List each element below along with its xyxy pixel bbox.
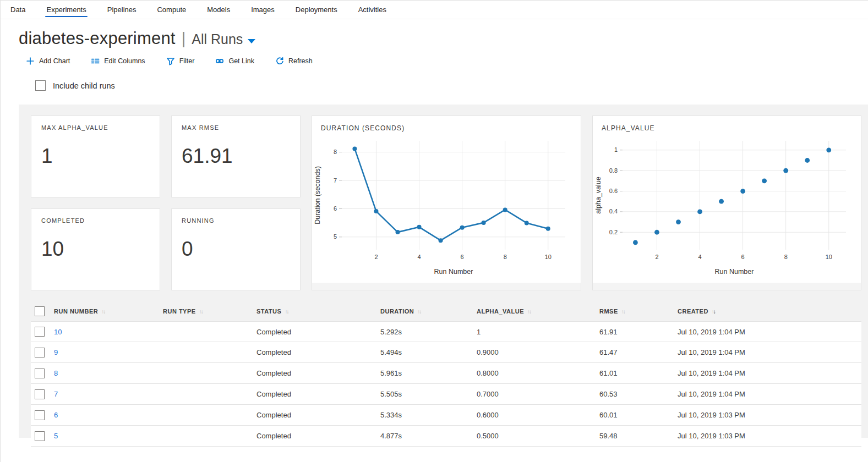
tab-models[interactable]: Models <box>206 1 231 19</box>
stat-value: 10 <box>41 238 150 261</box>
stat-value: 0 <box>182 238 290 261</box>
column-header-alpha-value[interactable]: ALPHA_VALUE↑↓ <box>477 308 599 315</box>
status-cell: Completed <box>256 369 380 377</box>
filter-label: Filter <box>179 57 195 65</box>
stat-card-max-rmse: MAX RMSE61.91 <box>171 116 301 197</box>
row-select-cell <box>31 410 54 420</box>
refresh-label: Refresh <box>288 57 313 65</box>
run-number-cell: 5 <box>54 432 163 440</box>
tab-pipelines[interactable]: Pipelines <box>106 1 138 19</box>
row-checkbox[interactable] <box>35 389 45 399</box>
row-checkbox[interactable] <box>35 369 45 378</box>
tab-images[interactable]: Images <box>250 1 276 19</box>
column-header-created[interactable]: CREATED↑↓ <box>678 308 861 315</box>
refresh-button[interactable]: Refresh <box>275 57 313 65</box>
runs-table: RUN NUMBER↑↓RUN TYPE↑↓STATUS↑↓DURATION↑↓… <box>31 301 861 447</box>
svg-text:10: 10 <box>826 254 832 260</box>
run-number-link[interactable]: 10 <box>54 328 62 336</box>
stat-cards: MAX ALPHA_VALUE1MAX RMSE61.91COMPLETED10… <box>31 116 301 290</box>
chevron-down-icon <box>248 39 255 43</box>
run-number-link[interactable]: 7 <box>54 390 58 398</box>
created-cell: Jul 10, 2019 1:03 PM <box>678 411 861 419</box>
row-checkbox[interactable] <box>35 348 45 358</box>
column-header-rmse[interactable]: RMSE↑↓ <box>599 308 678 315</box>
row-checkbox[interactable] <box>35 327 45 337</box>
tab-experiments[interactable]: Experiments <box>45 1 87 19</box>
svg-text:2: 2 <box>374 254 378 260</box>
include-child-runs-checkbox[interactable] <box>35 80 46 91</box>
column-header-status[interactable]: STATUS↑↓ <box>256 308 380 315</box>
stat-label: MAX ALPHA_VALUE <box>41 124 150 131</box>
tab-data[interactable]: Data <box>9 1 26 19</box>
created-cell: Jul 10, 2019 1:04 PM <box>678 390 861 398</box>
duration-cell: 5.334s <box>380 411 477 419</box>
row-select-cell <box>31 327 54 337</box>
stat-card-running: RUNNING0 <box>171 208 301 290</box>
column-header-run-number[interactable]: RUN NUMBER↑↓ <box>54 308 163 315</box>
page-title: diabetes-experiment | All Runs <box>19 29 868 48</box>
row-select-cell <box>31 431 54 441</box>
tab-activities[interactable]: Activities <box>357 1 387 19</box>
edit-columns-button[interactable]: Edit Columns <box>91 57 145 65</box>
run-number-link[interactable]: 9 <box>54 348 58 356</box>
get-link-button[interactable]: Get Link <box>215 57 254 65</box>
svg-text:8: 8 <box>784 254 788 260</box>
command-bar: Add ChartEdit ColumnsFilterGet LinkRefre… <box>26 57 868 65</box>
rmse-cell: 60.01 <box>599 411 678 419</box>
select-all-checkbox[interactable] <box>35 306 45 316</box>
tab-compute[interactable]: Compute <box>156 1 187 19</box>
column-header-duration[interactable]: DURATION↑↓ <box>380 308 477 315</box>
status-cell: Completed <box>256 328 380 336</box>
rmse-cell: 59.48 <box>599 432 678 440</box>
status-cell: Completed <box>256 432 380 440</box>
add-chart-icon <box>26 57 35 65</box>
status-cell: Completed <box>256 348 380 356</box>
duration-chart: 2468105678Run NumberDuration (seconds) <box>312 134 576 278</box>
svg-text:6: 6 <box>334 205 337 212</box>
refresh-icon <box>275 57 284 65</box>
duration-cell: 5.494s <box>380 348 477 356</box>
column-label: CREATED <box>678 308 708 315</box>
filter-icon <box>166 57 175 65</box>
svg-text:Run Number: Run Number <box>434 268 473 276</box>
alpha-value-cell: 0.8000 <box>477 369 599 377</box>
add-chart-button[interactable]: Add Chart <box>26 57 70 65</box>
svg-text:6: 6 <box>461 254 464 260</box>
alpha-value-chart-card: ALPHA_VALUE 2468100.20.40.60.81Run Numbe… <box>592 116 861 290</box>
rmse-cell: 61.47 <box>599 348 678 356</box>
svg-text:2: 2 <box>655 254 658 260</box>
column-label: STATUS <box>256 308 281 315</box>
status-cell: Completed <box>256 411 380 419</box>
filter-button[interactable]: Filter <box>166 57 195 65</box>
column-header-run-type[interactable]: RUN TYPE↑↓ <box>163 308 256 315</box>
duration-cell: 4.877s <box>380 432 477 440</box>
tab-deployments[interactable]: Deployments <box>294 1 339 19</box>
svg-text:Run Number: Run Number <box>715 268 754 276</box>
run-number-cell: 7 <box>54 390 163 398</box>
table-row: 9Completed5.494s0.900061.47Jul 10, 2019 … <box>31 342 861 363</box>
run-number-link[interactable]: 8 <box>54 369 58 377</box>
run-number-cell: 9 <box>54 348 163 356</box>
table-row: 8Completed5.961s0.800061.01Jul 10, 2019 … <box>31 363 861 384</box>
alpha-value-cell: 1 <box>477 328 599 336</box>
table-row: 7Completed5.505s0.700060.53Jul 10, 2019 … <box>31 384 861 405</box>
created-cell: Jul 10, 2019 1:04 PM <box>678 369 861 377</box>
run-number-link[interactable]: 5 <box>54 432 58 440</box>
alpha-value-chart-footer <box>593 283 861 290</box>
svg-text:0.2: 0.2 <box>609 229 618 235</box>
stat-label: COMPLETED <box>41 217 150 224</box>
column-label: ALPHA_VALUE <box>477 308 524 315</box>
stat-value: 61.91 <box>182 145 290 168</box>
svg-text:0.4: 0.4 <box>609 208 618 215</box>
alpha-value-chart-title: ALPHA_VALUE <box>593 116 861 132</box>
run-number-link[interactable]: 6 <box>54 411 58 419</box>
row-checkbox[interactable] <box>35 431 45 441</box>
top-nav: DataExperimentsPipelinesComputeModelsIma… <box>1 1 868 19</box>
sort-icon: ↑↓ <box>527 309 531 315</box>
table-row: 5Completed4.877s0.500059.48Jul 10, 2019 … <box>31 426 861 447</box>
table-row: 6Completed5.334s0.600060.01Jul 10, 2019 … <box>31 405 861 426</box>
duration-chart-title: DURATION (SECONDS) <box>312 116 581 132</box>
include-child-runs: Include child runs <box>35 80 868 91</box>
row-checkbox[interactable] <box>35 410 45 420</box>
run-view-selector[interactable]: All Runs <box>192 31 255 47</box>
